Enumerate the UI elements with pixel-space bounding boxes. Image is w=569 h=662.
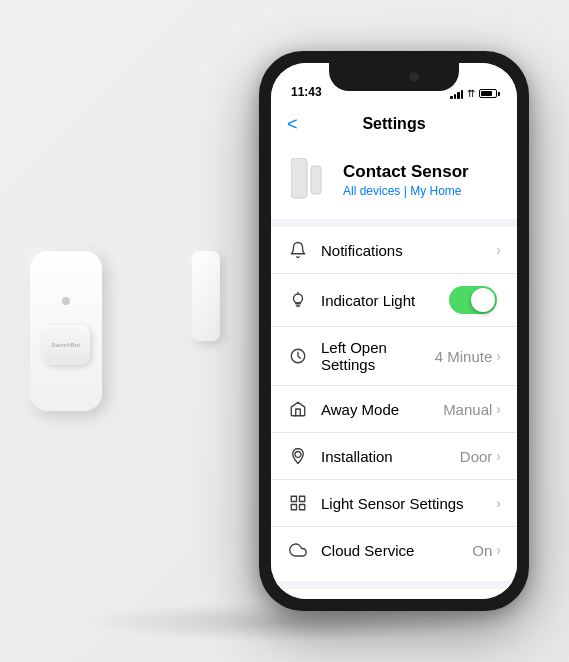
nav-bar: < Settings xyxy=(271,105,517,143)
indicator-light-toggle[interactable] xyxy=(449,286,497,314)
installation-value: Door xyxy=(460,448,493,465)
installation-chevron: › xyxy=(496,448,501,464)
phone-notch xyxy=(329,63,459,91)
wifi-icon: ⇈ xyxy=(467,88,475,99)
svg-point-3 xyxy=(294,294,303,303)
bulb-icon xyxy=(287,289,309,311)
settings-section-2: FAQ › Firmware & Battery xyxy=(271,589,517,599)
nav-title: Settings xyxy=(362,115,425,133)
settings-item-faq[interactable]: FAQ › xyxy=(271,589,517,599)
physical-devices: SwitchBot xyxy=(30,231,140,431)
device-subtitle: All devices | My Home xyxy=(343,184,469,198)
left-open-value: 4 Minute xyxy=(435,348,493,365)
sensor-magnet xyxy=(192,251,220,341)
notifications-label: Notifications xyxy=(321,242,496,259)
toggle-knob xyxy=(471,288,495,312)
left-open-chevron: › xyxy=(496,348,501,364)
settings-item-cloud-service[interactable]: Cloud Service On › xyxy=(271,527,517,573)
home-icon xyxy=(287,398,309,420)
settings-item-away-mode[interactable]: Away Mode Manual › xyxy=(271,386,517,433)
left-open-label: Left Open Settings xyxy=(321,339,435,373)
section-gap xyxy=(271,581,517,589)
bell-icon xyxy=(287,239,309,261)
svg-rect-9 xyxy=(300,505,305,510)
sensor-button: SwitchBot xyxy=(42,325,90,365)
sensor-led-dot xyxy=(62,297,70,305)
device-header: Contact Sensor All devices | My Home xyxy=(271,143,517,227)
away-mode-value: Manual xyxy=(443,401,492,418)
device-info: Contact Sensor All devices | My Home xyxy=(343,162,469,198)
sensor-main-body: SwitchBot xyxy=(30,251,102,411)
svg-rect-0 xyxy=(291,158,307,198)
cloud-service-chevron: › xyxy=(496,542,501,558)
signal-bars xyxy=(450,89,463,99)
cloud-service-label: Cloud Service xyxy=(321,542,472,559)
svg-rect-6 xyxy=(291,496,296,501)
svg-rect-7 xyxy=(300,496,305,501)
front-camera xyxy=(409,72,419,82)
settings-item-notifications[interactable]: Notifications › xyxy=(271,227,517,274)
svg-rect-8 xyxy=(291,505,296,510)
phone-wrapper: 11:43 ⇈ < Settings xyxy=(259,51,529,611)
device-name: Contact Sensor xyxy=(343,162,469,182)
away-mode-label: Away Mode xyxy=(321,401,443,418)
status-time: 11:43 xyxy=(291,85,322,99)
installation-label: Installation xyxy=(321,448,460,465)
settings-item-installation[interactable]: Installation Door › xyxy=(271,433,517,480)
back-button[interactable]: < xyxy=(287,114,298,135)
all-devices-link[interactable]: All devices xyxy=(343,184,400,198)
device-icon xyxy=(287,155,331,205)
settings-section-1: Notifications › Indicator Light xyxy=(271,227,517,573)
indicator-light-label: Indicator Light xyxy=(321,292,449,309)
settings-item-light-sensor[interactable]: Light Sensor Settings › xyxy=(271,480,517,527)
notifications-chevron: › xyxy=(496,242,501,258)
sensor-brand: SwitchBot xyxy=(51,342,80,348)
settings-item-indicator-light[interactable]: Indicator Light xyxy=(271,274,517,327)
scene-shadow xyxy=(85,602,485,642)
battery-fill xyxy=(481,91,492,96)
my-home-link[interactable]: My Home xyxy=(410,184,461,198)
settings-item-left-open[interactable]: Left Open Settings 4 Minute › xyxy=(271,327,517,386)
phone-frame: 11:43 ⇈ < Settings xyxy=(259,51,529,611)
light-sensor-label: Light Sensor Settings xyxy=(321,495,496,512)
cloud-service-value: On xyxy=(472,542,492,559)
clock-icon xyxy=(287,345,309,367)
grid-icon xyxy=(287,492,309,514)
light-sensor-chevron: › xyxy=(496,495,501,511)
battery-icon xyxy=(479,89,497,98)
svg-point-5 xyxy=(295,452,301,458)
phone-screen: 11:43 ⇈ < Settings xyxy=(271,63,517,599)
status-icons: ⇈ xyxy=(450,88,497,99)
pin-icon xyxy=(287,445,309,467)
cloud-icon xyxy=(287,539,309,561)
svg-rect-1 xyxy=(311,166,321,194)
away-mode-chevron: › xyxy=(496,401,501,417)
